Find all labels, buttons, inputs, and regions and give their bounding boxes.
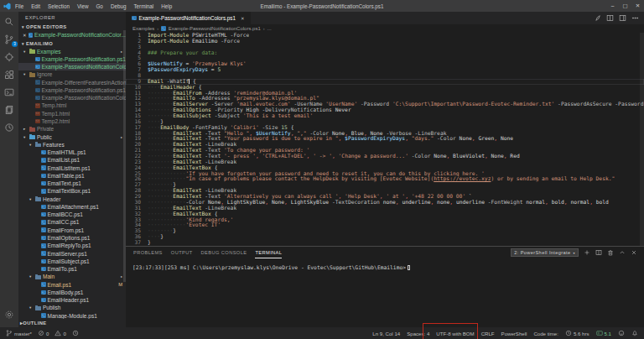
menu-item[interactable]: Help — [161, 3, 172, 9]
minimize-button[interactable]: – — [606, 3, 619, 9]
clock-item[interactable] — [72, 330, 79, 336]
tree-item[interactable]: EmailBCC.ps1 ● — [18, 211, 126, 218]
panel-tab[interactable]: OUTPUT — [171, 247, 193, 258]
tree-item[interactable]: EmailOptions.ps1 ● — [18, 234, 126, 242]
tree-item[interactable]: ▾ Examples ● — [18, 48, 126, 55]
status-bar-item[interactable] — [631, 330, 638, 336]
panel-tab[interactable]: PROBLEMS — [133, 247, 163, 258]
vscode-window: { "title_bar": { "title": "Emailimo - Ex… — [0, 0, 644, 339]
file-type-icon — [35, 119, 40, 124]
root-folder-header[interactable]: ▾EMAILIMO — [18, 39, 126, 48]
tree-item[interactable]: EmailBody.ps1 ● — [18, 289, 126, 296]
close-button[interactable]: ✕ — [631, 3, 644, 9]
maximize-button[interactable]: ▢ — [619, 3, 631, 9]
open-editors-header[interactable]: ▾OPEN EDITORS — [18, 23, 126, 31]
tree-item[interactable]: ▾ Main ● — [18, 273, 126, 280]
outline-header[interactable]: ▸OUTLINE — [18, 319, 126, 327]
tree-item[interactable]: Example-PasswordNotificationColo... ● U — [18, 63, 126, 70]
tree-item[interactable]: EmailHTML.ps1 ● — [18, 149, 126, 156]
tree-item[interactable]: Manage-Module.ps1 ● — [18, 312, 126, 319]
status-bar-item[interactable]: UTF-8 with BOM — [436, 331, 474, 336]
tree-item[interactable]: ▾ Public ● — [18, 133, 126, 140]
editor-scrollbar[interactable] — [640, 33, 644, 246]
tree-item[interactable]: EmailFrom.ps1 ● — [18, 227, 126, 234]
status-bar-item[interactable]: Code time: — [533, 331, 558, 336]
source-control-icon[interactable]: 3 — [3, 34, 16, 45]
tree-item[interactable]: EmailTo.ps1 ● — [18, 265, 126, 273]
tree-item[interactable]: EmailText.ps1 ● — [18, 180, 126, 187]
debug-icon[interactable] — [3, 51, 16, 63]
breadcrumb-folder[interactable]: Examples — [132, 26, 154, 31]
status-bar-item[interactable]: Ln 9, Col 14 — [372, 331, 400, 336]
layout-icon[interactable] — [619, 14, 626, 22]
menu-item[interactable]: Terminal — [133, 3, 153, 9]
tree-item[interactable]: ▾ Header ● — [18, 196, 126, 203]
menu-item[interactable]: Debug — [111, 3, 127, 9]
status-bar-item[interactable]: 5.1 — [596, 330, 611, 336]
status-bar-item[interactable]: PowerShell — [501, 331, 527, 336]
tree-item[interactable]: ▸ Private ● — [18, 125, 126, 133]
terminal-selector[interactable]: 2: PowerShell Integrate▾ — [511, 248, 579, 257]
git-modified-dot: ● — [121, 274, 122, 279]
menu-item[interactable]: File — [15, 3, 23, 9]
status-bar-item[interactable] — [618, 330, 625, 336]
menu-item[interactable]: View — [77, 3, 89, 9]
menu-item[interactable]: Go — [96, 3, 102, 9]
tree-item[interactable]: Temp1.html ● — [18, 110, 126, 117]
maximize-panel-icon[interactable] — [619, 249, 626, 256]
close-editor-icon[interactable]: ✕ — [23, 33, 27, 38]
tree-item[interactable]: EmailReplyTo.ps1 ● — [18, 242, 126, 249]
tree-item[interactable]: Example-PasswordNotification.ps1 ● — [18, 86, 126, 94]
settings-gear-icon[interactable] — [3, 309, 16, 321]
panel-tab[interactable]: TERMINAL — [255, 247, 282, 258]
tree-item[interactable]: EmailTable.ps1 ● — [18, 172, 126, 180]
editor-tab[interactable]: Example-PasswordNotificationColors.ps1 ✕ — [126, 12, 251, 24]
status-bar-item[interactable]: Spaces: 4 — [407, 331, 429, 336]
tab-close-icon[interactable]: ✕ — [241, 16, 245, 21]
tree-item[interactable]: ▾ Ignore ● — [18, 70, 126, 78]
status-bar-item[interactable]: CRLF — [481, 331, 495, 336]
code-line: 28 ········EmailText -LineBreak — [126, 188, 644, 194]
more-actions-icon[interactable] — [631, 14, 639, 22]
code-editor[interactable]: 1 Import-Module PSWriteHTML -Force 2 Imp… — [126, 33, 644, 246]
warnings-item[interactable]: 0 — [55, 330, 65, 336]
tree-item[interactable]: EmailList.ps1 ● — [18, 156, 126, 164]
tree-item[interactable]: Example-DifferentFeaturesInAction.ps1 ● — [18, 79, 126, 86]
breadcrumb-symbol[interactable]: ... — [267, 26, 272, 31]
tree-item[interactable]: EmailServer.ps1 ● — [18, 249, 126, 257]
breadcrumb-file[interactable]: Example-PasswordNotificationColors.ps1 — [169, 26, 261, 31]
menu-item[interactable]: Edit — [31, 3, 40, 9]
tree-item[interactable]: EmailTextBox.ps1 ● — [18, 187, 126, 195]
tree-item[interactable]: ▾ Features ● — [18, 141, 126, 149]
run-icon[interactable] — [594, 14, 601, 22]
errors-item[interactable]: 0 — [38, 330, 49, 336]
split-editor-icon[interactable] — [606, 14, 614, 22]
tree-item[interactable]: EmailListItem.ps1 ● — [18, 164, 126, 171]
open-editor-item[interactable]: ✕ Example-PasswordNotificationColor... U — [18, 31, 126, 39]
tree-item[interactable]: ▾ Publish ● — [18, 304, 126, 311]
tree-item[interactable]: EmailCC.ps1 ● — [18, 218, 126, 226]
tree-item[interactable]: Example-PasswordNotificationColorful... … — [18, 94, 126, 102]
tree-item[interactable]: Email.ps1 ● M — [18, 280, 126, 288]
clock-icon[interactable] — [3, 122, 16, 133]
tree-item[interactable]: Example-PasswordNotification.ps1 ● U — [18, 55, 126, 63]
status-bar-item[interactable]: 5.6 hrs — [565, 330, 589, 336]
tree-item[interactable]: EmailAttachment.ps1 ● — [18, 203, 126, 211]
git-branch-item[interactable]: master* — [6, 330, 32, 336]
menu-item[interactable]: Selection — [48, 3, 70, 9]
tree-item[interactable]: Temp2.html ● — [18, 117, 126, 125]
terminal-output[interactable]: [23:17:33][253 ms] C:\Users\przemyslaw.k… — [126, 258, 644, 270]
files-icon[interactable] — [3, 104, 16, 116]
breadcrumb[interactable]: Examples › Example-PasswordNotificationC… — [126, 24, 644, 33]
extensions-icon[interactable] — [3, 69, 16, 81]
tree-item[interactable]: EmailSubject.ps1 ● — [18, 258, 126, 265]
new-terminal-icon[interactable] — [584, 249, 590, 256]
panel-tab[interactable]: DEBUG CONSOLE — [201, 247, 247, 258]
tree-item[interactable]: EmailHeader.ps1 ● — [18, 296, 126, 304]
close-panel-icon[interactable] — [631, 249, 637, 256]
powershell-explorer-icon[interactable] — [3, 86, 16, 98]
kill-terminal-icon[interactable] — [607, 249, 614, 256]
split-terminal-icon[interactable] — [595, 249, 602, 256]
tree-item[interactable]: Temp.html ● — [18, 102, 126, 109]
search-icon[interactable] — [3, 16, 16, 28]
